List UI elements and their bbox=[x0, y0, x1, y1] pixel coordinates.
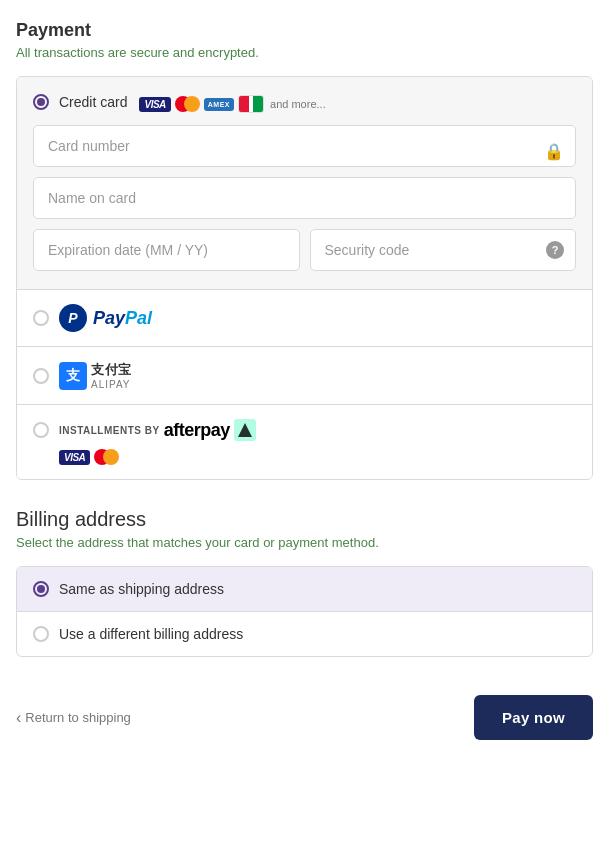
expiry-security-row: ? bbox=[33, 229, 576, 271]
card-fields: 🔒 ? bbox=[33, 113, 576, 275]
billing-subtitle: Select the address that matches your car… bbox=[16, 535, 593, 550]
pay-now-button[interactable]: Pay now bbox=[474, 695, 593, 740]
afterpay-card-logos: VISA bbox=[59, 449, 576, 465]
same-address-label: Same as shipping address bbox=[59, 581, 224, 597]
paypal-text-cyan: Pal bbox=[125, 308, 152, 329]
billing-option-same[interactable]: Same as shipping address bbox=[17, 567, 592, 612]
page-title: Payment bbox=[16, 20, 593, 41]
amex-logo: AMEX bbox=[204, 98, 234, 111]
alipay-english-text: ALIPAY bbox=[91, 379, 132, 390]
alipay-icon: 支 bbox=[59, 362, 87, 390]
radio-afterpay[interactable] bbox=[33, 422, 49, 438]
chevron-left-icon bbox=[16, 709, 21, 727]
payment-option-afterpay[interactable]: INSTALLMENTS BY afterpay VISA bbox=[17, 405, 592, 479]
paypal-text-blue: Pay bbox=[93, 308, 125, 329]
visa-logo: VISA bbox=[139, 97, 170, 112]
paypal-icon: P bbox=[59, 304, 87, 332]
alipay-chinese-text: 支付宝 bbox=[91, 361, 132, 379]
mastercard-logo bbox=[175, 96, 200, 112]
afterpay-logo: INSTALLMENTS BY afterpay bbox=[59, 419, 256, 441]
card-number-input[interactable] bbox=[33, 125, 576, 167]
credit-card-label: Credit card bbox=[59, 94, 127, 110]
help-icon[interactable]: ? bbox=[546, 241, 564, 259]
payment-option-credit-card[interactable]: Credit card VISA AMEX and more... 🔒 bbox=[17, 77, 592, 290]
card-logos: VISA AMEX and more... bbox=[139, 95, 325, 113]
afterpay-icon bbox=[234, 419, 256, 441]
radio-same-address[interactable] bbox=[33, 581, 49, 597]
lock-icon: 🔒 bbox=[544, 142, 564, 161]
unionpay-logo bbox=[238, 95, 264, 113]
alipay-text-block: 支付宝 ALIPAY bbox=[91, 361, 132, 390]
radio-alipay[interactable] bbox=[33, 368, 49, 384]
security-code-input[interactable] bbox=[310, 229, 577, 271]
afterpay-visa-logo: VISA bbox=[59, 450, 90, 465]
billing-section: Same as shipping address Use a different… bbox=[16, 566, 593, 657]
card-number-wrapper: 🔒 bbox=[33, 125, 576, 177]
payment-section: Credit card VISA AMEX and more... 🔒 bbox=[16, 76, 593, 480]
payment-option-paypal[interactable]: P PayPal bbox=[17, 290, 592, 347]
expiry-input[interactable] bbox=[33, 229, 300, 271]
page-subtitle: All transactions are secure and encrypte… bbox=[16, 45, 593, 60]
paypal-logo: P PayPal bbox=[59, 304, 152, 332]
return-link-label: Return to shipping bbox=[25, 710, 131, 725]
billing-title: Billing address bbox=[16, 508, 593, 531]
installments-by-text: INSTALLMENTS BY bbox=[59, 425, 160, 436]
billing-option-different[interactable]: Use a different billing address bbox=[17, 612, 592, 656]
afterpay-text: afterpay bbox=[164, 420, 230, 441]
afterpay-mc-logo bbox=[94, 449, 119, 465]
security-code-wrapper: ? bbox=[310, 229, 577, 271]
different-address-label: Use a different billing address bbox=[59, 626, 243, 642]
footer-row: Return to shipping Pay now bbox=[16, 685, 593, 750]
return-to-shipping-link[interactable]: Return to shipping bbox=[16, 709, 131, 727]
alipay-logo: 支 支付宝 ALIPAY bbox=[59, 361, 132, 390]
expiry-wrapper bbox=[33, 229, 300, 271]
more-cards-label: and more... bbox=[270, 98, 326, 110]
radio-paypal[interactable] bbox=[33, 310, 49, 326]
name-on-card-input[interactable] bbox=[33, 177, 576, 219]
radio-credit-card[interactable] bbox=[33, 94, 49, 110]
radio-different-address[interactable] bbox=[33, 626, 49, 642]
payment-option-alipay[interactable]: 支 支付宝 ALIPAY bbox=[17, 347, 592, 405]
